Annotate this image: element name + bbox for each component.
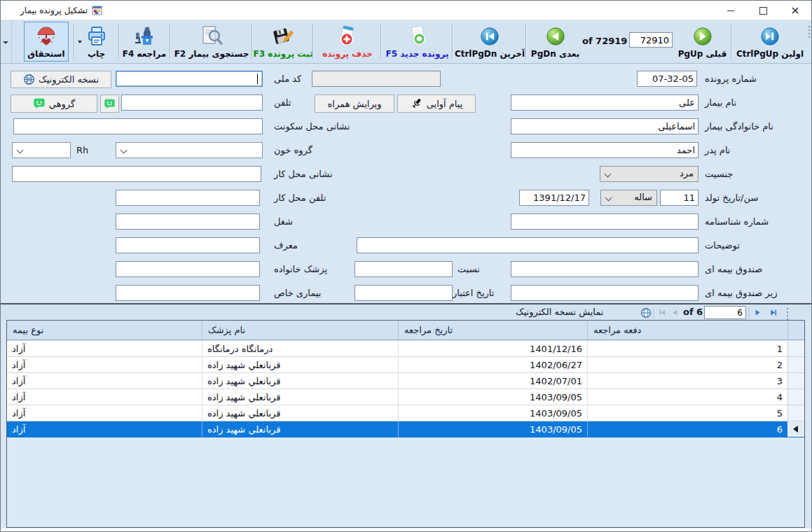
table-row[interactable]: آزاد درمانگاه درمانگاه 1401/12/16 1	[7, 341, 804, 357]
cell-doctor-name[interactable]: قربانعلي شهید زاده	[202, 357, 398, 372]
eprescription-button[interactable]: نسخه الکترونیک	[11, 71, 111, 88]
work-address-input[interactable]	[12, 166, 261, 182]
row-header-cell[interactable]	[787, 421, 804, 437]
cell-doctor-name[interactable]: قربانعلي شهید زاده	[202, 389, 398, 405]
cell-doctor-name[interactable]: درمانگاه درمانگاه	[202, 341, 398, 356]
cell-visit-date[interactable]: 1403/09/05	[398, 421, 587, 437]
father-name-input[interactable]	[511, 142, 699, 158]
job-input[interactable]	[116, 214, 260, 230]
cell-insurance-type[interactable]: آزاد	[7, 373, 202, 388]
national-code-input[interactable]	[116, 71, 263, 87]
print-button[interactable]: چاپ	[76, 22, 116, 62]
column-header-visit-date[interactable]: تاریخ مراجعه	[398, 321, 587, 340]
maximize-button[interactable]	[747, 1, 779, 20]
id-number-input[interactable]	[511, 214, 699, 230]
table-row-selected[interactable]: آزاد قربانعلي شهید زاده 1403/09/05 6	[7, 421, 804, 438]
table-header-row: نوع بیمه نام پزشک تاریخ مراجعه دفعه مراج…	[7, 321, 804, 340]
cell-visit-date[interactable]: 1401/12/16	[398, 341, 587, 356]
cell-doctor-name[interactable]: قربانعلي شهید زاده	[202, 373, 398, 388]
row-header-cell[interactable]	[787, 373, 804, 388]
last-record-button[interactable]: آخرین CtrlPgDn	[455, 22, 525, 62]
age-unit-select[interactable]: ساله	[600, 190, 657, 206]
row-header-cell[interactable]	[787, 405, 804, 421]
cell-visit-number[interactable]: 3	[587, 373, 787, 388]
cell-visit-date[interactable]: 1402/06/27	[398, 357, 587, 372]
toolbar-overflow-button[interactable]	[1, 20, 12, 63]
first-record-button[interactable]: اولین CtrlPgUp	[734, 22, 806, 62]
row-header-cell[interactable]	[787, 341, 804, 356]
row-header-cell[interactable]	[787, 357, 804, 372]
phone-input[interactable]	[121, 94, 263, 111]
blood-group-select[interactable]	[116, 142, 263, 158]
minimize-button[interactable]	[715, 1, 747, 20]
next-record-button[interactable]: بعدی PgDn	[528, 22, 582, 62]
work-phone-input[interactable]	[116, 190, 260, 206]
cell-visit-number[interactable]: 5	[587, 405, 787, 421]
cell-doctor-name[interactable]: قربانعلي شهید زاده	[202, 421, 398, 437]
record-position-input[interactable]	[629, 32, 673, 48]
column-header-doctor-name[interactable]: نام پزشک	[202, 321, 398, 340]
delete-record-button[interactable]: حذف پرونده	[315, 22, 380, 62]
table-row[interactable]: آزاد قربانعلي شهید زاده 1403/09/05 5	[7, 405, 804, 421]
relation-input[interactable]	[355, 261, 453, 277]
table-row[interactable]: آزاد قربانعلي شهید زاده 1402/06/27 2	[7, 357, 804, 373]
row-header-cell[interactable]	[787, 389, 804, 405]
gender-select[interactable]: مرد	[600, 166, 699, 182]
birth-date-input[interactable]	[519, 190, 589, 206]
skip-to-first-icon	[759, 24, 780, 49]
cell-visit-date[interactable]: 1403/09/05	[398, 389, 587, 405]
previous-record-button[interactable]: قبلی PgUp	[675, 22, 730, 62]
column-header-insurance-type[interactable]: نوع بیمه	[7, 321, 202, 340]
new-record-button[interactable]: پرونده جدید F5	[383, 22, 451, 62]
rh-select[interactable]	[12, 142, 71, 158]
nav-position-input[interactable]	[704, 306, 746, 319]
first-name-input[interactable]	[511, 94, 699, 111]
nav-first-button[interactable]	[656, 307, 668, 318]
nav-previous-button[interactable]	[669, 307, 680, 318]
cell-visit-number[interactable]: 4	[587, 389, 787, 405]
cell-insurance-type[interactable]: آزاد	[7, 357, 202, 372]
voice-message-button[interactable]: پیام آوایی	[397, 94, 476, 113]
cell-insurance-type[interactable]: آزاد	[7, 421, 202, 437]
table-row[interactable]: آزاد قربانعلي شهید زاده 1402/07/01 3	[7, 373, 804, 389]
cell-visit-number[interactable]: 1	[587, 341, 787, 356]
notes-input[interactable]	[357, 237, 699, 253]
table-row[interactable]: آزاد قربانعلي شهید زاده 1403/09/05 4	[7, 389, 804, 405]
column-header-visit-number[interactable]: دفعه مراجعه	[587, 321, 787, 340]
cell-insurance-type[interactable]: آزاد	[7, 389, 202, 405]
insurance-fund-input[interactable]	[511, 261, 699, 277]
last-name-input[interactable]	[511, 118, 699, 134]
print-dropdown-icon[interactable]	[78, 41, 82, 43]
age-input[interactable]	[660, 190, 699, 206]
cell-visit-number[interactable]: 6	[587, 421, 787, 437]
sms-button[interactable]	[100, 94, 119, 113]
visit-button[interactable]: مراجعه F4	[121, 22, 167, 62]
special-disease-input[interactable]	[116, 285, 260, 301]
validity-date-input[interactable]	[355, 285, 453, 301]
group-sms-button[interactable]: گروهي	[11, 94, 97, 113]
toolbar-separator	[74, 24, 74, 59]
family-doctor-input[interactable]	[116, 261, 260, 277]
edit-mobile-button[interactable]: ویرایش همراه	[315, 94, 394, 113]
reception-desk-icon	[133, 24, 156, 49]
cell-insurance-type[interactable]: آزاد	[7, 341, 202, 356]
show-eprescription-button[interactable]: نمایش نسخه الکترونیک	[516, 307, 603, 317]
cell-visit-date[interactable]: 1402/07/01	[398, 373, 587, 388]
nav-next-button[interactable]	[752, 307, 763, 318]
cell-doctor-name[interactable]: قربانعلي شهید زاده	[202, 405, 398, 421]
save-record-button[interactable]: ثبت پرونده F3	[254, 22, 312, 62]
insurance-subfund-input[interactable]	[511, 285, 699, 301]
referrer-input[interactable]	[116, 237, 260, 253]
home-address-input[interactable]	[13, 118, 263, 134]
entitlement-button[interactable]: استحقاق	[24, 22, 69, 62]
cell-visit-number[interactable]: 2	[587, 357, 787, 372]
search-patient-button[interactable]: جستجوی بیمار F2	[172, 22, 251, 62]
nav-last-button[interactable]	[767, 307, 780, 318]
cell-visit-date[interactable]: 1403/09/05	[398, 405, 587, 421]
cell-insurance-type[interactable]: آزاد	[7, 405, 202, 421]
app-window: تشکیل پرونده بیمار × استحقاق چاپ	[0, 0, 812, 532]
grid-navigator: نمایش نسخه الکترونیک of 6	[1, 303, 811, 320]
file-number-input[interactable]	[637, 71, 697, 87]
navigator-separator	[749, 307, 750, 318]
close-button[interactable]: ×	[779, 1, 811, 20]
